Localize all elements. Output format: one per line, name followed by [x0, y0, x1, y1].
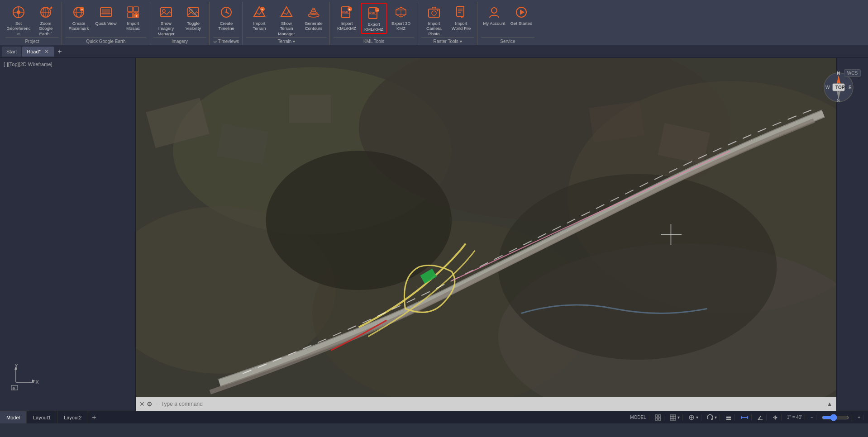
generate-contours-label: Generate Contours	[301, 21, 326, 31]
svg-point-122	[774, 417, 776, 418]
move-button[interactable]	[769, 414, 782, 421]
tab-add-button[interactable]: +	[55, 47, 64, 56]
export-3dkmz-label: Export 3D KMZ	[389, 21, 413, 31]
kml-export-icon: KML →	[366, 5, 382, 21]
set-georeference-button[interactable]: Set Georeference	[5, 3, 32, 37]
import-world-file-button[interactable]: W Import World File	[448, 3, 474, 32]
generate-contours-button[interactable]: Generate Contours	[300, 3, 327, 32]
toolbar-group-kml-buttons: KML + Import KML/KMZ KML → Export K	[334, 2, 414, 37]
camera-icon	[426, 5, 442, 20]
import-mosaic-icon: +	[125, 5, 141, 20]
tabs-bar: Start Road* ✕ +	[0, 45, 868, 58]
toolbar-group-raster-buttons: Import Camera Photo W Import World File	[421, 2, 474, 37]
model-status: MODEL	[627, 415, 649, 420]
tab-close-road[interactable]: ✕	[43, 48, 50, 55]
bottom-tab-layout1[interactable]: Layout1	[27, 411, 57, 423]
toolbar-group-terrain-buttons: + Import Terrain Show Terrain Manager	[246, 2, 327, 37]
get-started-label: Get Started	[510, 21, 533, 26]
command-dropdown-arrow[interactable]: ▼	[154, 401, 159, 407]
svg-text:+: +	[261, 8, 263, 12]
toolbar: Set Georeference Zoom Google Earth ` Pro…	[0, 0, 868, 45]
import-mosaic-button[interactable]: + Import Mosaic	[120, 3, 146, 32]
service-group-label: Service	[481, 37, 534, 45]
toolbar-group-project-buttons: Set Georeference Zoom Google Earth `	[5, 2, 59, 37]
bottom-bar: Model Layout1 Layout2 + MODEL	[0, 411, 868, 423]
wcs-badge[interactable]: WCS	[844, 69, 861, 77]
toggle-vis-icon	[186, 5, 201, 20]
axis-indicator: Y X ⊕	[9, 364, 41, 393]
show-terrain-manager-label: Show Terrain Manager	[274, 21, 299, 36]
add-layout-button[interactable]: +	[88, 411, 100, 423]
svg-rect-55	[457, 6, 464, 16]
svg-rect-18	[134, 7, 138, 12]
terrain-mgr-icon	[279, 5, 294, 20]
my-account-button[interactable]: My Account	[481, 3, 507, 27]
command-settings-button[interactable]: ⚙	[147, 400, 153, 408]
import-camera-photo-label: Import Camera Photo	[422, 21, 446, 36]
create-timeline-button[interactable]: Create Timeline	[213, 3, 239, 32]
svg-rect-82	[289, 95, 331, 123]
terrain-group-label: Terrain ▾	[246, 37, 327, 45]
import-kml-label: Import KML/KMZ	[334, 21, 359, 31]
toolbar-group-service: My Account Get Started Service	[478, 2, 537, 45]
svg-text:X: X	[35, 379, 39, 385]
export-3dkmz-button[interactable]: Export 3D KMZ	[388, 3, 414, 32]
svg-rect-99	[655, 418, 658, 420]
svg-point-31	[225, 11, 227, 13]
quick-view-button[interactable]: Quick View	[93, 3, 119, 27]
svg-marker-120	[773, 417, 774, 418]
my-account-label: My Account	[483, 21, 505, 26]
svg-rect-98	[658, 415, 661, 417]
svg-text:W: W	[825, 85, 830, 90]
command-expand-button[interactable]: ▲	[826, 400, 833, 408]
imagery-group-label: Imagery	[153, 37, 206, 45]
svg-rect-17	[128, 7, 133, 12]
zoom-google-earth-button[interactable]: Zoom Google Earth `	[33, 3, 59, 37]
account-icon	[486, 5, 502, 20]
get-started-icon	[514, 5, 529, 20]
zoom-out-button[interactable]: −	[808, 415, 816, 420]
toolbar-group-timeviews: Create Timeline ∞ Timeviews	[210, 2, 243, 45]
command-input[interactable]	[161, 401, 825, 407]
left-panel: [-][Top][2D Wireframe] Y X ⊕	[0, 58, 136, 411]
command-clear-button[interactable]: ✕	[139, 400, 145, 408]
svg-rect-100	[658, 418, 661, 420]
toolbar-group-quick-earth-buttons: + Create Placemark Quick View	[66, 2, 146, 37]
toolbar-group-project: Set Georeference Zoom Google Earth ` Pro…	[3, 2, 62, 45]
get-started-button[interactable]: Get Started	[508, 3, 534, 27]
bottom-tab-model[interactable]: Model	[0, 411, 27, 423]
zoom-in-button[interactable]: +	[855, 415, 863, 420]
quick-view-label: Quick View	[95, 21, 116, 26]
command-bar: ✕ ⚙ ▼ ▲	[136, 397, 836, 411]
show-terrain-manager-button[interactable]: Show Terrain Manager	[273, 3, 300, 37]
toggle-visibility-button[interactable]: Toggle Visibility	[180, 3, 206, 32]
view-grid-button[interactable]: ▾	[667, 414, 683, 421]
create-placemark-button[interactable]: + Create Placemark	[66, 3, 92, 32]
svg-point-60	[491, 8, 497, 13]
import-kml-button[interactable]: KML + Import KML/KMZ	[334, 3, 360, 32]
toolbar-group-service-buttons: My Account Get Started	[481, 2, 534, 37]
right-nav-panel: W E N S TOP WCS	[836, 58, 868, 411]
snap-button[interactable]: ▾	[686, 414, 701, 421]
dimension-button[interactable]	[738, 414, 752, 421]
timeline-icon	[219, 5, 234, 20]
svg-point-36	[308, 14, 319, 17]
show-imagery-manager-button[interactable]: Show Imagery Manager	[153, 3, 179, 37]
import-terrain-button[interactable]: + Import Terrain	[246, 3, 272, 32]
rotate-button[interactable]: ▾	[704, 414, 720, 421]
import-camera-photo-button[interactable]: Import Camera Photo	[421, 3, 447, 37]
toolbar-group-imagery: Show Imagery Manager Toggle Visibility I…	[150, 2, 210, 45]
line-weight-button[interactable]	[723, 414, 735, 421]
zoom-slider[interactable]	[819, 414, 852, 421]
project-group-label: Project	[5, 37, 59, 45]
export-kml-button[interactable]: KML → Export KML/KMZ	[361, 3, 387, 34]
grid-button[interactable]	[652, 414, 664, 421]
svg-text:→: →	[376, 9, 379, 13]
create-placemark-label: Create Placemark	[67, 21, 91, 31]
angle-button[interactable]	[754, 414, 767, 421]
world-file-icon: W	[453, 5, 469, 20]
show-imagery-manager-label: Show Imagery Manager	[154, 21, 178, 36]
bottom-tab-layout2[interactable]: Layout2	[57, 411, 88, 423]
tab-road[interactable]: Road* ✕	[22, 47, 54, 57]
tab-start[interactable]: Start	[2, 47, 21, 57]
